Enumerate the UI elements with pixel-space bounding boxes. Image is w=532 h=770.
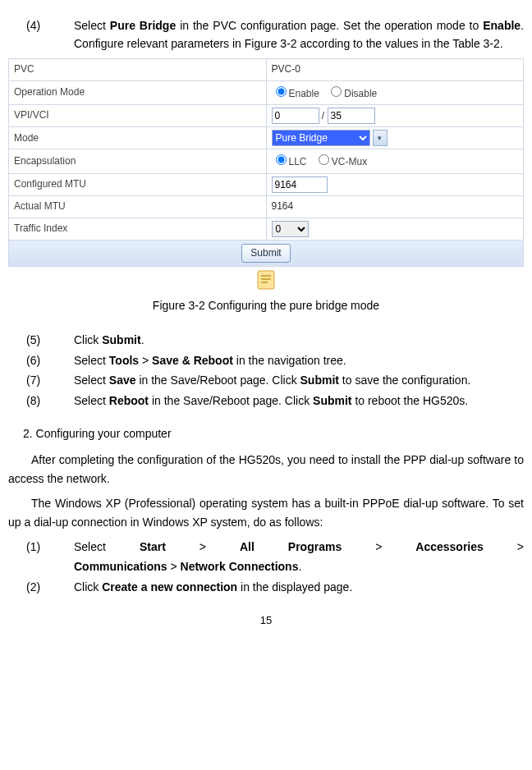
vpi-label: VPI/VCI [9, 104, 267, 126]
opmode-radios: Enable Disable [272, 88, 383, 99]
submit-button[interactable]: Submit [241, 244, 290, 263]
page-number: 15 [8, 612, 524, 630]
step-8-num: (8) [8, 392, 74, 410]
step-6-text: Select Tools > Save & Reboot in the navi… [74, 351, 524, 369]
bstep-2-num: (2) [8, 578, 74, 596]
step-8-text: Select Reboot in the Save/Reboot page. C… [74, 392, 524, 410]
para-1: After completing the configuration of th… [8, 451, 524, 488]
step-7-text: Select Save in the Save/Reboot page. Cli… [74, 371, 524, 389]
section-2-heading: 2. Configuring your computer [23, 424, 524, 442]
bstep-1-num: (1) [8, 538, 74, 556]
step-7-num: (7) [8, 371, 74, 389]
vpi-slash: / [319, 110, 328, 121]
step-4-text: Select Pure Bridge in the PVC configurat… [74, 16, 524, 53]
opmode-label: Operation Mode [9, 80, 267, 104]
svg-rect-0 [258, 271, 274, 289]
vpi-input[interactable] [272, 108, 319, 124]
enable-radio[interactable] [276, 86, 287, 97]
bstep-1-text-cont: Communications > Network Connections. [74, 557, 524, 575]
mode-label: Mode [9, 127, 267, 149]
pvc-config-table: PVC PVC-0 Operation Mode Enable Disable … [8, 58, 524, 267]
cmtu-label: Configured MTU [9, 173, 267, 195]
step-5-num: (5) [8, 331, 74, 349]
mode-select[interactable]: Pure Bridge [272, 130, 370, 146]
pvc-label: PVC [9, 58, 267, 80]
note-icon [255, 268, 277, 291]
bstep-1-text: Select Start > All Programs > Accessorie… [74, 538, 524, 556]
bstep-2-text: Click Create a new connection in the dis… [74, 578, 524, 596]
step-4-num: (4) [8, 16, 74, 53]
para-2: The Windows XP (Professional) operating … [8, 494, 524, 531]
vci-input[interactable] [328, 108, 375, 124]
vcmux-radio[interactable] [319, 154, 329, 165]
figure-caption: Figure 3-2 Configuring the pure bridge m… [8, 296, 524, 314]
pvc-value: PVC-0 [266, 58, 524, 80]
chevron-down-icon[interactable]: ▾ [373, 130, 388, 146]
amtu-value: 9164 [266, 195, 524, 218]
encap-radios: LLC VC-Mux [272, 156, 373, 167]
traffic-label: Traffic Index [9, 218, 267, 240]
step-6-num: (6) [8, 351, 74, 369]
traffic-select[interactable]: 0 [272, 221, 309, 237]
encap-label: Encapsulation [9, 149, 267, 173]
cmtu-input[interactable] [272, 176, 328, 193]
amtu-label: Actual MTU [9, 195, 267, 218]
disable-radio[interactable] [331, 86, 342, 97]
llc-radio[interactable] [276, 154, 287, 165]
step-5-text: Click Submit. [74, 331, 524, 349]
